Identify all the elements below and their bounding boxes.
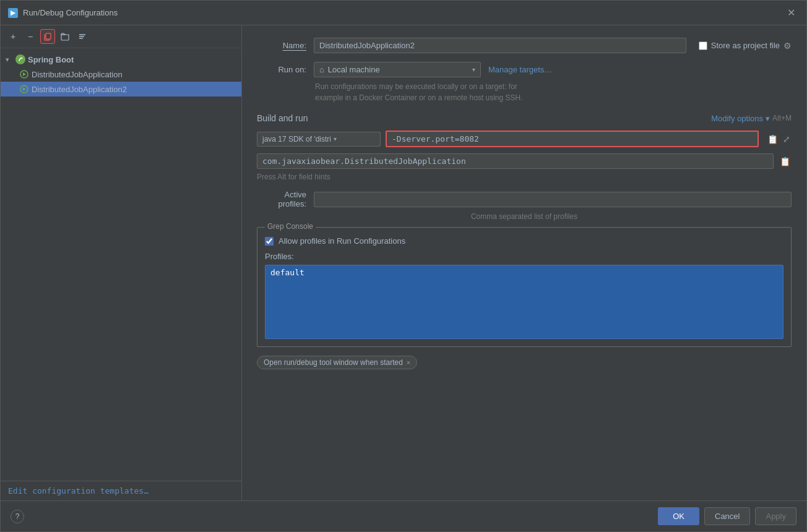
help-button[interactable]: ?	[11, 510, 24, 523]
group-chevron: ▾	[6, 56, 13, 64]
manage-targets-link[interactable]: Manage targets…	[488, 65, 552, 74]
run-on-description: Run configurations may be executed local…	[315, 81, 792, 103]
profiles-list-label: Profiles:	[265, 252, 783, 261]
sidebar: + −	[1, 25, 242, 500]
vm-options-input[interactable]	[386, 131, 759, 147]
open-tool-window-tag: Open run/debug tool window when started …	[257, 356, 417, 369]
expand-icon[interactable]: ⤢	[782, 133, 792, 145]
ok-button[interactable]: OK	[658, 507, 699, 525]
house-icon: ⌂	[319, 65, 324, 74]
allow-profiles-row: Allow profiles in Run Configurations	[265, 236, 783, 246]
modify-options-button[interactable]: Modify options ▾ Alt+M	[711, 114, 792, 123]
tag-remove-button[interactable]: ×	[407, 359, 410, 366]
name-input[interactable]	[314, 38, 686, 53]
profiles-hint: Comma separated list of profiles	[257, 212, 792, 221]
allow-profiles-label: Allow profiles in Run Configurations	[278, 236, 405, 246]
sdk-dropdown-arrow: ▾	[334, 135, 337, 142]
app-icon-1	[19, 69, 29, 79]
grep-console-legend: Grep Console	[265, 222, 316, 231]
spring-boot-icon	[15, 54, 25, 64]
folder-icon	[61, 32, 69, 41]
config-item-1[interactable]: DistributedJobApplication	[1, 67, 241, 82]
vm-options-icons: 📋 ⤢	[766, 133, 792, 145]
dialog-title: Run/Debug Configurations	[23, 8, 118, 17]
store-checkbox-row: Store as project file ⚙	[699, 41, 792, 51]
name-label: Name:	[257, 41, 306, 50]
active-profiles-input[interactable]	[314, 192, 792, 207]
bottom-buttons: OK Cancel Apply	[658, 507, 796, 525]
name-row: Name: Store as project file ⚙	[257, 38, 792, 53]
sdk-value: java 17 SDK of 'distri	[262, 135, 331, 144]
main-class-copy-icon[interactable]: 📋	[779, 155, 792, 168]
modify-options-shortcut: Alt+M	[772, 114, 792, 122]
store-gear-icon[interactable]: ⚙	[783, 41, 792, 51]
store-checkbox[interactable]	[699, 41, 707, 50]
dropdown-arrow-icon: ▾	[472, 66, 475, 73]
cancel-button[interactable]: Cancel	[704, 507, 750, 525]
run-on-desc-line2: example in a Docker Container or on a re…	[315, 92, 792, 103]
build-run-title: Build and run	[257, 113, 308, 123]
profiles-list-empty-area	[265, 280, 783, 329]
sdk-row: java 17 SDK of 'distri ▾ 📋 ⤢	[257, 131, 792, 147]
modify-options-label: Modify options	[711, 114, 763, 123]
run-on-desc-line1: Run configurations may be executed local…	[315, 81, 792, 92]
active-profiles-row: Active profiles:	[257, 190, 792, 208]
close-button[interactable]: ✕	[783, 6, 799, 20]
sort-icon	[78, 32, 87, 41]
spring-boot-group: ▾ Spring Boot	[1, 51, 241, 98]
right-panel: Name: Store as project file ⚙ Run on: ⌂ …	[242, 25, 806, 500]
sidebar-toolbar: + −	[1, 25, 241, 48]
sidebar-footer: Edit configuration templates…	[1, 481, 241, 500]
tag-label: Open run/debug tool window when started	[264, 358, 403, 367]
grep-console-box: Grep Console Allow profiles in Run Confi…	[257, 227, 792, 347]
spring-boot-group-header[interactable]: ▾ Spring Boot	[1, 52, 241, 67]
run-on-label: Run on:	[257, 65, 306, 74]
run-on-value: Local machine	[328, 65, 380, 74]
dialog-icon: ▶	[8, 8, 18, 18]
main-class-input[interactable]	[257, 153, 774, 169]
copy-text-icon[interactable]: 📋	[766, 133, 779, 145]
bottom-bar: ? OK Cancel Apply	[1, 500, 806, 531]
config-item-2[interactable]: DistributedJobApplication2	[1, 82, 241, 97]
run-on-dropdown[interactable]: ⌂ Local machine ▾	[314, 62, 481, 77]
build-run-section-header: Build and run Modify options ▾ Alt+M	[257, 113, 792, 123]
active-profiles-label: Active profiles:	[257, 190, 306, 208]
sdk-select[interactable]: java 17 SDK of 'distri ▾	[257, 132, 381, 147]
allow-profiles-checkbox[interactable]	[265, 237, 274, 246]
run-on-row: Run on: ⌂ Local machine ▾ Manage targets…	[257, 62, 792, 77]
apply-button[interactable]: Apply	[755, 507, 796, 525]
title-bar-left: ▶ Run/Debug Configurations	[8, 8, 118, 18]
svg-marker-9	[23, 87, 26, 91]
sidebar-tree: ▾ Spring Boot	[1, 48, 241, 481]
bottom-tag-row: Open run/debug tool window when started …	[257, 356, 792, 369]
question-icon: ?	[15, 512, 20, 521]
profile-default: default	[265, 265, 783, 280]
remove-config-button[interactable]: −	[23, 29, 38, 44]
edit-templates-link[interactable]: Edit configuration templates…	[8, 486, 149, 496]
folder-config-button[interactable]	[58, 29, 72, 44]
main-class-row: 📋	[257, 153, 792, 169]
store-label: Store as project file	[711, 41, 780, 50]
svg-marker-7	[23, 72, 26, 76]
group-label: Spring Boot	[28, 55, 74, 64]
sort-config-button[interactable]	[75, 29, 90, 44]
profiles-list[interactable]: default	[265, 265, 783, 339]
copy-config-button[interactable]	[40, 29, 55, 44]
config-item-label-1: DistributedJobApplication	[32, 70, 123, 79]
config-item-label-2: DistributedJobApplication2	[32, 85, 127, 94]
svg-rect-1	[46, 33, 51, 39]
title-bar: ▶ Run/Debug Configurations ✕	[1, 1, 806, 25]
main-content: + −	[1, 25, 806, 500]
modify-options-chevron: ▾	[766, 114, 770, 123]
copy-icon	[43, 32, 52, 41]
app-icon-2	[19, 84, 29, 94]
run-debug-dialog: ▶ Run/Debug Configurations ✕ + −	[0, 0, 807, 532]
field-hint: Press Alt for field hints	[257, 173, 792, 181]
svg-point-5	[17, 56, 24, 62]
grep-console-content: Allow profiles in Run Configurations Pro…	[257, 228, 791, 346]
add-config-button[interactable]: +	[6, 29, 20, 44]
